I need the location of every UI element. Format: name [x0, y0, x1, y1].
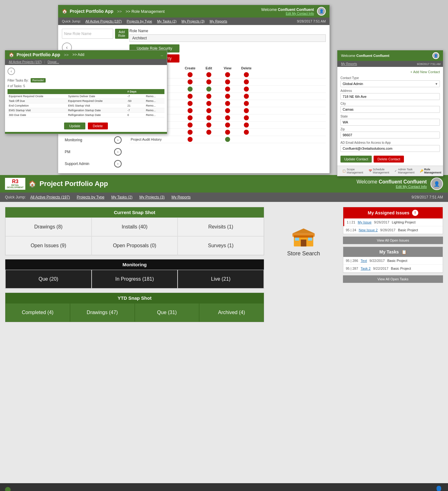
city-label: City	[340, 102, 440, 105]
svg-rect-5	[294, 235, 313, 238]
delete-task-button[interactable]: Delete	[88, 123, 108, 129]
main-nav-projects-by-type[interactable]: Projects by Type	[74, 194, 107, 200]
perm-row-9: Project Audit History	[129, 136, 326, 143]
issue-row-2: 95 | 24 New Issue 2 9/28/2017 Basic Proj…	[343, 226, 443, 234]
stat-open-proposals[interactable]: Open Proposals (0)	[92, 236, 178, 255]
stat-archived[interactable]: Archived (4)	[199, 303, 264, 322]
role-arrow-pm[interactable]: ›	[114, 148, 122, 156]
add-contact-label[interactable]: + Add New Contact	[410, 70, 440, 74]
contact-nav-bar: My Reports 9/28/2017 7:51 AM	[337, 61, 443, 67]
nav-my-projects[interactable]: My Projects (3)	[180, 19, 207, 24]
delete-contact-button[interactable]: Delete Contact	[374, 156, 404, 163]
issue-row-1: 1 | 21 My Issue 9/26/2017 Lighting Proje…	[343, 218, 443, 226]
window-app-title: Project Portfolio App	[70, 9, 113, 14]
tasks-body: ‹ Filter Tasks By: Remodel # of Tasks: 5…	[5, 65, 167, 120]
tasks-bottom-bar	[5, 132, 167, 134]
current-snap-shot-header: Current Snap Shot	[5, 207, 264, 218]
role-item-supportadmin[interactable]: Support Admin ›	[62, 158, 124, 169]
new-role-name-input[interactable]	[62, 29, 113, 39]
main-quick-jump-label: Quick Jump:	[5, 195, 26, 199]
main-nav-my-projects[interactable]: My Projects (3)	[137, 194, 167, 200]
add-contact-row[interactable]: + Add New Contact	[340, 70, 440, 74]
monitoring-header: Monitoring	[5, 259, 264, 270]
tasks-breadcrumb: >> Add	[73, 53, 84, 57]
nav-date: 9/28/2017 7:51 AM	[297, 19, 326, 23]
clipboard-icon: 📋	[401, 249, 407, 254]
task-table-row-4: 300 Due Date Refrigeration Startup Date …	[8, 113, 164, 118]
main-avatar: 👤	[430, 178, 443, 190]
edit-contact-link[interactable]: Edit My Contact Info	[261, 12, 314, 15]
add-role-button[interactable]: Add Role	[115, 29, 128, 39]
tasks-home-icon[interactable]: 🏠	[9, 52, 14, 57]
stat-ytd-drawings[interactable]: Drawings (47)	[70, 303, 135, 322]
avatar: 👤	[317, 7, 326, 16]
view-all-issues-button[interactable]: View All Open Issues	[343, 237, 443, 244]
tasks-col3-header: # Days	[126, 89, 144, 94]
tab-admin-task-management[interactable]: ✓ Admin Task Management	[392, 167, 417, 175]
main-home-icon[interactable]: 🏠	[28, 180, 36, 188]
contact-type-wrapper: Global Admin ▼	[340, 80, 440, 87]
tasks-nav-all-projects[interactable]: All Active Projects (197)	[8, 60, 43, 64]
contact-avatar: 👤	[432, 52, 439, 59]
task-link-2[interactable]: Task 2	[361, 267, 371, 270]
main-nav-all-projects[interactable]: All Active Projects (197)	[28, 194, 73, 200]
home-icon[interactable]: 🏠	[62, 9, 67, 14]
contact-window-header: Welcome Confluent Confluent 👤	[337, 50, 443, 61]
main-edit-contact-link[interactable]: Edit My Contact Info	[356, 185, 427, 188]
store-search-icon-wrap[interactable]: Store Search	[285, 226, 322, 257]
nav-projects-by-type[interactable]: Projects by Type	[125, 19, 154, 24]
contact-welcome: Welcome Confluent Confluent	[341, 54, 389, 58]
stat-open-issues[interactable]: Open Issues (9)	[5, 236, 92, 255]
update-contact-button[interactable]: Update Contact	[340, 156, 372, 163]
issue-link-2[interactable]: New Issue 2	[359, 228, 378, 232]
task-link-1[interactable]: Text	[361, 259, 367, 263]
stat-in-progress[interactable]: In Progress (181)	[92, 270, 178, 288]
dashboard-right: My Assigned Issues ! 1 | 21 My Issue 9/2…	[343, 207, 443, 478]
role-mgmt-icon: 🔑	[420, 169, 423, 173]
tab-schedule-management[interactable]: 📅 Schedule Management	[366, 167, 392, 175]
role-item-monitoring[interactable]: Monitoring ›	[62, 134, 124, 146]
stat-que[interactable]: Que (20)	[5, 270, 92, 288]
svg-rect-4	[308, 237, 312, 241]
tasks-nav-bar: All Active Projects (197) | Dispat...	[5, 59, 167, 65]
stat-completed[interactable]: Completed (4)	[5, 303, 70, 322]
tasks-count: # of Tasks: 5	[8, 84, 164, 88]
tab-scope-management[interactable]: 📋 Scope Management	[340, 167, 366, 175]
tab-role-management[interactable]: 🔑 Role Management	[417, 167, 444, 175]
state-input[interactable]	[340, 119, 440, 126]
nav-all-projects[interactable]: All Active Projects (197)	[83, 19, 123, 24]
city-input[interactable]	[340, 106, 440, 113]
ad-email-input[interactable]	[340, 145, 440, 152]
nav-my-reports[interactable]: My Reports	[208, 19, 229, 24]
filter-label: Filter Tasks By:	[8, 79, 29, 82]
contact-nav-reports[interactable]: My Reports	[340, 62, 358, 66]
role-arrow-monitoring[interactable]: ›	[114, 136, 122, 144]
zip-input[interactable]	[340, 132, 440, 138]
main-nav-my-reports[interactable]: My Reports	[169, 194, 193, 200]
main-header: R3 RETAILDEVELOPMENT 🏠 Project Portfolio…	[0, 175, 448, 193]
nav-my-tasks[interactable]: My Tasks (2)	[155, 19, 178, 24]
tasks-nav-filter[interactable]: Dispat...	[46, 60, 60, 64]
tasks-col2-header	[67, 89, 126, 94]
zip-label: Zip	[340, 128, 440, 131]
tasks-back-button[interactable]: ‹	[8, 68, 15, 75]
address-input[interactable]	[340, 93, 440, 100]
issue-link-1[interactable]: My Issue	[358, 220, 371, 224]
stat-surveys[interactable]: Surveys (1)	[178, 236, 264, 255]
stat-drawings[interactable]: Drawings (8)	[5, 218, 92, 236]
view-all-tasks-button[interactable]: View All Open Tasks	[343, 275, 443, 283]
stat-installs[interactable]: Installs (40)	[92, 218, 178, 236]
stat-ytd-que[interactable]: Que (31)	[135, 303, 199, 322]
contact-tabs: 📋 Scope Management 📅 Schedule Management…	[337, 166, 443, 176]
contact-type-select[interactable]: Global Admin	[340, 80, 440, 87]
role-arrow-supportadmin[interactable]: ›	[114, 160, 122, 168]
update-task-button[interactable]: Update	[64, 123, 85, 129]
r3-logo: R3 RETAILDEVELOPMENT	[5, 178, 25, 190]
role-item-pm[interactable]: PM ›	[62, 146, 124, 158]
admin-task-icon: ✓	[395, 169, 397, 173]
svg-marker-6	[293, 228, 315, 233]
stat-revisits[interactable]: Revisits (1)	[178, 218, 264, 236]
stat-live[interactable]: Live (21)	[178, 270, 264, 288]
main-nav-my-tasks[interactable]: My Tasks (2)	[109, 194, 135, 200]
contact-window: Welcome Confluent Confluent 👤 My Reports…	[337, 50, 443, 176]
